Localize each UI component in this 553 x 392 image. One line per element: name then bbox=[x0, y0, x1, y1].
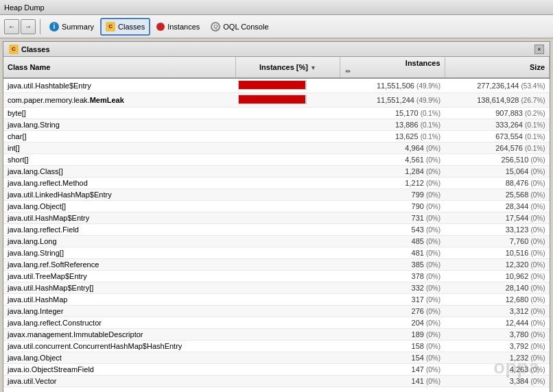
table-row[interactable]: java.lang.reflect.Field543 (0%)33,123 (0… bbox=[3, 224, 550, 236]
title-bar: Heap Dump bbox=[0, 0, 553, 15]
toolbar: ← → i Summary C Classes Instances Q OQL … bbox=[0, 15, 553, 38]
cell-instances-bar bbox=[235, 201, 340, 212]
summary-label: Summary bbox=[62, 23, 94, 31]
table-row[interactable]: java.lang.Long485 (0%)7,760 (0%) bbox=[3, 236, 550, 247]
cell-size: 25,568 (0%) bbox=[445, 189, 549, 201]
cell-instances-count: 13,886 (0.1%) bbox=[340, 119, 445, 131]
table-row[interactable]: int[]4,964 (0%)264,576 (0.1%) bbox=[3, 143, 550, 154]
classes-tab[interactable]: C Classes bbox=[100, 18, 150, 36]
cell-instances-count: 158 (0%) bbox=[340, 341, 445, 352]
table-row[interactable]: java.lang.Class[]1,284 (0%)15,064 (0%) bbox=[3, 166, 550, 177]
cell-class-name: java.util.HashMap bbox=[3, 294, 235, 306]
summary-tab[interactable]: i Summary bbox=[45, 18, 99, 36]
table-row[interactable]: java.lang.reflect.Method1,212 (0%)88,476… bbox=[3, 177, 550, 189]
instances-icon bbox=[156, 23, 165, 31]
table-row[interactable]: java.util.TreeMap$Entry378 (0%)10,962 (0… bbox=[3, 271, 550, 282]
cell-size: 3,384 (0%) bbox=[445, 376, 549, 387]
col-header-instances-pct[interactable]: Instances [%] ▼ bbox=[235, 57, 340, 78]
cell-class-name: byte[] bbox=[3, 108, 235, 119]
table-row[interactable]: java.lang.Integer276 (0%)3,312 (0%) bbox=[3, 306, 550, 317]
cell-class-name: java.lang.String bbox=[3, 119, 235, 131]
col-resize-instances[interactable]: ⇔ bbox=[344, 67, 351, 75]
table-row[interactable]: javax.management.ImmutableDescriptor189 … bbox=[3, 329, 550, 341]
table-row[interactable]: java.util.LinkedHashMap$Entry799 (0%)25,… bbox=[3, 189, 550, 201]
cell-size: 264,576 (0.1%) bbox=[445, 143, 549, 154]
panel-title-text: Classes bbox=[21, 45, 50, 53]
cell-class-name: java.lang.String[] bbox=[3, 247, 235, 259]
cell-class-name: java.lang.ref.SoftReference bbox=[3, 259, 235, 271]
sort-icon: ▼ bbox=[310, 64, 316, 71]
col-header-size[interactable]: Size bbox=[445, 57, 549, 78]
table-row[interactable]: java.util.Vector141 (0%)3,384 (0%) bbox=[3, 376, 550, 387]
cell-size: 138,614,928 (26.7%) bbox=[445, 93, 549, 108]
table-row[interactable]: java.lang.ref.SoftReference385 (0%)12,32… bbox=[3, 259, 550, 271]
table-row[interactable]: com.paper.memory.leak.MemLeak11,551,244 … bbox=[3, 93, 550, 108]
cell-class-name: java.lang.Object bbox=[3, 352, 235, 364]
cell-class-name: short[] bbox=[3, 154, 235, 166]
col-header-name[interactable]: Class Name bbox=[3, 57, 235, 78]
table-row[interactable]: short[]4,561 (0%)256,510 (0%) bbox=[3, 154, 550, 166]
cell-instances-count: 731 (0%) bbox=[340, 212, 445, 224]
cell-instances-bar bbox=[235, 317, 340, 329]
table-row[interactable]: java.lang.String[]481 (0%)10,516 (0%) bbox=[3, 247, 550, 259]
cell-instances-bar bbox=[235, 224, 340, 236]
cell-instances-bar bbox=[235, 143, 340, 154]
table-row[interactable]: java.util.Hashtable$Entry11,551,506 (49.… bbox=[3, 78, 550, 93]
table-row[interactable]: java.lang.reflect.Constructor204 (0%)12,… bbox=[3, 317, 550, 329]
cell-instances-count: 11,551,244 (49.9%) bbox=[340, 93, 445, 108]
cell-class-name: javax.management.ImmutableDescriptor bbox=[3, 329, 235, 341]
table-row[interactable]: java.io.ObjectStreamField147 (0%)4,263 (… bbox=[3, 364, 550, 376]
cell-instances-bar bbox=[235, 236, 340, 247]
cell-instances-count: 141 (0%) bbox=[340, 376, 445, 387]
cell-instances-bar bbox=[235, 306, 340, 317]
table-row[interactable]: java.util.HashMap$Entry731 (0%)17,544 (0… bbox=[3, 212, 550, 224]
cell-size: 10,962 (0%) bbox=[445, 271, 549, 282]
col-header-instances[interactable]: Instances ⇔ bbox=[340, 57, 445, 78]
cell-instances-bar bbox=[235, 329, 340, 341]
cell-size: 333,264 (0.1%) bbox=[445, 119, 549, 131]
table-row[interactable]: java.util.HashMap317 (0%)12,680 (0%) bbox=[3, 294, 550, 306]
panel-icon: C bbox=[9, 45, 19, 54]
table-row[interactable]: java.util.concurrent.ConcurrentHashMap$H… bbox=[3, 341, 550, 352]
cell-instances-count: 154 (0%) bbox=[340, 352, 445, 364]
instances-tab[interactable]: Instances bbox=[152, 18, 204, 36]
cell-instances-bar bbox=[235, 119, 340, 131]
oql-tab[interactable]: Q OQL Console bbox=[206, 18, 273, 36]
classes-table-container[interactable]: Class Name Instances [%] ▼ Instances ⇔ S… bbox=[3, 57, 550, 392]
cell-instances-count: 189 (0%) bbox=[340, 329, 445, 341]
table-row[interactable]: char[]13,625 (0.1%)673,554 (0.1%) bbox=[3, 131, 550, 143]
cell-instances-count: 1,284 (0%) bbox=[340, 166, 445, 177]
forward-button[interactable]: → bbox=[21, 19, 36, 34]
cell-instances-count: 204 (0%) bbox=[340, 317, 445, 329]
cell-instances-count: 11,551,506 (49.9%) bbox=[340, 78, 445, 93]
cell-size: 3,792 (0%) bbox=[445, 341, 549, 352]
cell-instances-bar bbox=[235, 93, 340, 108]
cell-size: 10,516 (0%) bbox=[445, 247, 549, 259]
classes-label: Classes bbox=[118, 23, 145, 31]
cell-instances-bar bbox=[235, 282, 340, 294]
cell-size: 12,680 (0%) bbox=[445, 294, 549, 306]
cell-instances-count: 790 (0%) bbox=[340, 201, 445, 212]
cell-instances-bar bbox=[235, 376, 340, 387]
panel-close-button[interactable]: × bbox=[534, 45, 544, 54]
cell-class-name: java.lang.Object[] bbox=[3, 201, 235, 212]
table-row[interactable]: byte[]15,170 (0.1%)907,883 (0.2%) bbox=[3, 108, 550, 119]
cell-instances-count: 13,625 (0.1%) bbox=[340, 131, 445, 143]
cell-size: 28,344 (0%) bbox=[445, 201, 549, 212]
cell-instances-bar bbox=[235, 259, 340, 271]
table-row[interactable]: java.lang.Object[]790 (0%)28,344 (0%) bbox=[3, 201, 550, 212]
table-row[interactable]: java.util.HashMap$Entry[]332 (0%)28,140 … bbox=[3, 282, 550, 294]
cell-size: 17,544 (0%) bbox=[445, 212, 549, 224]
cell-size: 907,883 (0.2%) bbox=[445, 108, 549, 119]
table-row[interactable]: java.lang.String13,886 (0.1%)333,264 (0.… bbox=[3, 119, 550, 131]
cell-size: 256,510 (0%) bbox=[445, 154, 549, 166]
back-button[interactable]: ← bbox=[4, 19, 19, 34]
cell-instances-count: 276 (0%) bbox=[340, 306, 445, 317]
cell-size: 88,476 (0%) bbox=[445, 177, 549, 189]
cell-instances-bar bbox=[235, 108, 340, 119]
table-row[interactable]: java.lang.Object154 (0%)1,232 (0%) bbox=[3, 352, 550, 364]
cell-size: 3,780 (0%) bbox=[445, 329, 549, 341]
cell-size: 15,064 (0%) bbox=[445, 166, 549, 177]
cell-class-name: com.paper.memory.leak.MemLeak bbox=[3, 93, 235, 108]
info-icon: i bbox=[49, 22, 59, 32]
